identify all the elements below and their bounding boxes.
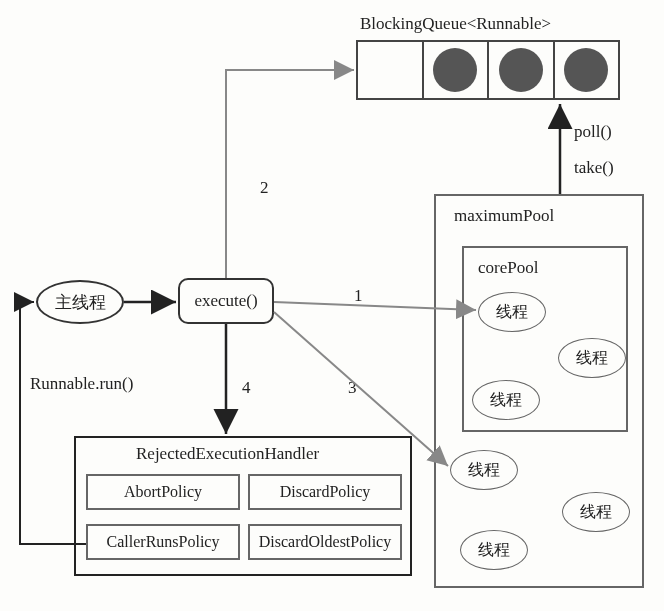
- queue-slot-0: [358, 42, 424, 98]
- caller-runs-policy: CallerRunsPolicy: [86, 524, 240, 560]
- core-pool-title: corePool: [478, 258, 538, 278]
- maximum-pool-title: maximumPool: [454, 206, 554, 226]
- runnable-dot-icon: [564, 48, 608, 92]
- step-1-label: 1: [354, 286, 363, 306]
- execute-node: execute(): [178, 278, 274, 324]
- queue-slot-3: [555, 42, 619, 98]
- step-4-label: 4: [242, 378, 251, 398]
- core-thread-1: 线程: [558, 338, 626, 378]
- queue-title: BlockingQueue<Runnable>: [360, 14, 551, 34]
- queue-slot-2: [489, 42, 555, 98]
- max-thread-2: 线程: [460, 530, 528, 570]
- core-thread-0: 线程: [478, 292, 546, 332]
- blocking-queue: [356, 40, 620, 100]
- main-thread-node: 主线程: [36, 280, 124, 324]
- runnable-run-label: Runnable.run(): [30, 374, 133, 394]
- max-thread-1: 线程: [562, 492, 630, 532]
- queue-slot-1: [424, 42, 490, 98]
- runnable-dot-icon: [499, 48, 543, 92]
- discard-policy: DiscardPolicy: [248, 474, 402, 510]
- rejected-handler-title: RejectedExecutionHandler: [136, 444, 319, 464]
- core-thread-2: 线程: [472, 380, 540, 420]
- max-thread-0: 线程: [450, 450, 518, 490]
- step-2-label: 2: [260, 178, 269, 198]
- step-3-label: 3: [348, 378, 357, 398]
- take-label: take(): [574, 158, 614, 178]
- abort-policy: AbortPolicy: [86, 474, 240, 510]
- poll-label: poll(): [574, 122, 612, 142]
- discard-oldest-policy: DiscardOldestPolicy: [248, 524, 402, 560]
- runnable-dot-icon: [433, 48, 477, 92]
